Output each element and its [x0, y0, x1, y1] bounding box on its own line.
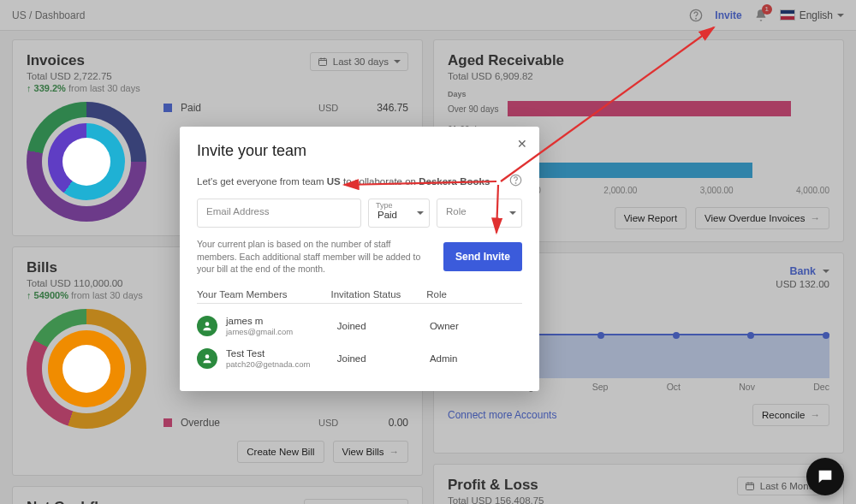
help-icon[interactable] — [509, 174, 522, 188]
avatar — [197, 316, 217, 336]
member-role: Admin — [430, 353, 522, 364]
chevron-down-icon — [509, 211, 516, 215]
svg-point-6 — [515, 183, 516, 184]
modal-title: Invite your team — [197, 142, 522, 160]
send-invite-button[interactable]: Send Invite — [443, 242, 522, 271]
invite-modal: ✕ Invite your team Let's get everyone fr… — [180, 127, 539, 391]
close-icon[interactable]: ✕ — [517, 137, 527, 151]
svg-point-7 — [205, 322, 210, 326]
member-name: Test Test — [226, 348, 337, 359]
member-email: james@gmail.com — [226, 327, 337, 336]
member-name: james m — [226, 316, 337, 326]
type-field[interactable]: Type Paid — [368, 199, 430, 228]
modal-subtitle: Let's get everyone from team US to colla… — [197, 174, 522, 188]
team-member-row: james m james@gmail.com Joined Owner — [197, 316, 522, 336]
member-status: Joined — [337, 321, 430, 331]
role-field[interactable]: Role — [437, 199, 522, 228]
member-role: Owner — [430, 321, 522, 331]
email-field[interactable]: Email Address — [197, 199, 361, 228]
member-email: patch20@getnada.com — [226, 359, 337, 369]
member-status: Joined — [337, 353, 430, 364]
chat-icon[interactable] — [806, 458, 844, 495]
avatar — [197, 348, 217, 369]
chevron-down-icon — [417, 211, 424, 215]
plan-note: Your current plan is based on the number… — [197, 238, 431, 276]
svg-point-8 — [205, 354, 210, 359]
team-table-header: Your Team Members Invitation Status Role — [197, 289, 522, 304]
team-member-row: Test Test patch20@getnada.com Joined Adm… — [197, 348, 522, 369]
